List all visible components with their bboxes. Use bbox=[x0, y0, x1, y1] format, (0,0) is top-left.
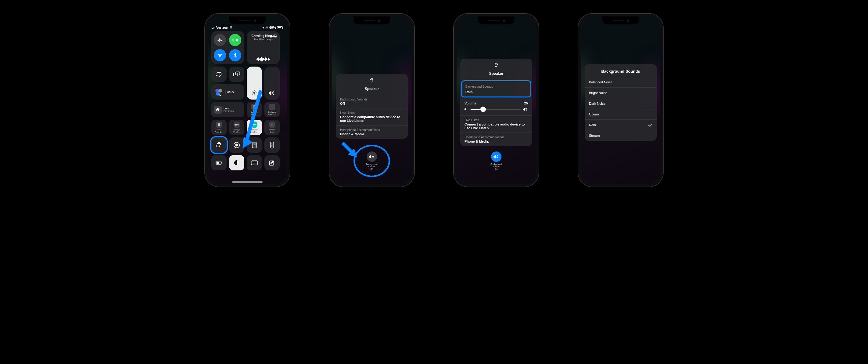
svg-point-26 bbox=[253, 146, 254, 147]
home-kitchen-tile[interactable]: KitchenCans bbox=[265, 120, 280, 135]
live-listen-row[interactable]: Live Listen Connect a compatible audio d… bbox=[460, 115, 532, 133]
airplay-icon[interactable] bbox=[273, 34, 277, 38]
notes-button[interactable] bbox=[265, 155, 280, 170]
svg-rect-3 bbox=[218, 73, 220, 75]
previous-track-button[interactable] bbox=[256, 57, 261, 61]
speaker-label: Speaker bbox=[365, 87, 379, 91]
sound-option-stream[interactable]: Stream bbox=[585, 130, 657, 141]
home-foyer-tile[interactable]: FoyerFront D… bbox=[211, 120, 227, 135]
notch bbox=[353, 17, 390, 24]
svg-point-28 bbox=[255, 146, 256, 147]
annotation-circle bbox=[353, 145, 390, 177]
annotation-arrow bbox=[341, 141, 359, 160]
svg-rect-36 bbox=[221, 162, 222, 163]
background-sounds-list: Background Sounds Balanced Noise Bright … bbox=[585, 64, 657, 141]
svg-point-24 bbox=[254, 146, 255, 146]
home-favorites-tile[interactable]: HomeFavorites bbox=[211, 102, 244, 117]
wifi-icon bbox=[229, 26, 233, 29]
output-device-row[interactable]: Speaker bbox=[460, 59, 532, 79]
list-title: Background Sounds bbox=[585, 64, 657, 77]
home-laundry-tile[interactable]: LaundryBattery… bbox=[247, 102, 262, 117]
focus-button[interactable]: Focus bbox=[211, 84, 244, 100]
home-favorites-label-2: Favorites bbox=[223, 110, 234, 112]
home-hallway-tile[interactable]: 74° Hallwayecobee bbox=[247, 120, 262, 135]
headphone-accommodations-row[interactable]: Headphone Accommodations Phone & Media bbox=[460, 133, 532, 146]
svg-rect-19 bbox=[253, 143, 256, 144]
calculator-button[interactable] bbox=[247, 137, 262, 153]
live-listen-row[interactable]: Live Listen Connect a compatible audio d… bbox=[336, 108, 408, 125]
svg-point-34 bbox=[273, 146, 273, 147]
sound-option-balanced-noise[interactable]: Balanced Noise bbox=[585, 77, 657, 87]
play-button[interactable] bbox=[261, 57, 265, 62]
connectivity-tile[interactable] bbox=[211, 31, 244, 64]
home-favorites-label-1: Home bbox=[223, 107, 234, 110]
svg-point-31 bbox=[271, 145, 272, 146]
volume-row: Volume25 bbox=[460, 98, 532, 115]
notch bbox=[229, 17, 266, 24]
home-bedroom-tile[interactable]: BedroomCeiling… bbox=[265, 102, 280, 117]
cellular-data-toggle[interactable] bbox=[229, 34, 241, 46]
home-icon bbox=[214, 106, 222, 114]
notch bbox=[478, 17, 515, 24]
volume-label: Volume bbox=[465, 102, 476, 105]
hearing-panel: Speaker Background Sounds Rain Volume25 … bbox=[460, 59, 532, 146]
hearing-button[interactable] bbox=[211, 137, 227, 153]
camera-icon bbox=[234, 121, 240, 128]
speaker-label: Speaker bbox=[489, 72, 503, 76]
svg-rect-11 bbox=[254, 105, 255, 106]
svg-point-9 bbox=[253, 92, 255, 94]
media-tile[interactable]: Crawling King… The Black Keys bbox=[247, 31, 280, 64]
home-garage-tile[interactable]: GaragePerch… bbox=[229, 120, 244, 135]
lock-icon bbox=[216, 121, 222, 128]
sound-option-dark-noise[interactable]: Dark Noise bbox=[585, 98, 657, 109]
airplane-mode-toggle[interactable] bbox=[214, 34, 226, 46]
sound-option-rain[interactable]: Rain bbox=[585, 119, 657, 130]
battery-icon bbox=[277, 26, 283, 29]
carrier-label: Verizon bbox=[216, 26, 228, 29]
battery-sensor-icon bbox=[251, 104, 257, 110]
wallet-button[interactable] bbox=[247, 155, 262, 170]
svg-point-33 bbox=[271, 146, 272, 147]
svg-point-27 bbox=[254, 146, 255, 147]
background-sounds-row[interactable]: Background Sounds Rain bbox=[461, 80, 531, 97]
phone-hearing-on: Speaker Background Sounds Rain Volume25 … bbox=[454, 14, 538, 187]
svg-rect-39 bbox=[251, 161, 257, 165]
dark-mode-button[interactable] bbox=[229, 155, 244, 170]
svg-point-21 bbox=[254, 144, 255, 145]
volume-slider[interactable] bbox=[471, 109, 521, 110]
orientation-lock-toggle[interactable] bbox=[211, 66, 227, 82]
background-sounds-row[interactable]: Background Sounds Off bbox=[336, 95, 408, 108]
checkmark-icon bbox=[648, 123, 652, 127]
svg-rect-37 bbox=[217, 162, 219, 164]
ear-icon bbox=[369, 78, 374, 84]
sound-option-bright-noise[interactable]: Bright Noise bbox=[585, 87, 657, 98]
phone-control-center: Verizon 69% bbox=[205, 14, 290, 187]
notch bbox=[602, 17, 639, 24]
low-power-mode-button[interactable] bbox=[211, 155, 227, 170]
bluetooth-toggle[interactable] bbox=[229, 49, 241, 61]
volume-max-icon bbox=[523, 108, 528, 111]
apple-tv-remote-button[interactable] bbox=[265, 137, 280, 153]
svg-point-23 bbox=[253, 146, 254, 146]
phone-sound-list: Background Sounds Balanced Noise Bright … bbox=[578, 14, 663, 187]
phone-hearing-off: Speaker Background Sounds Off Live Liste… bbox=[330, 14, 414, 187]
alarm-icon bbox=[266, 26, 269, 29]
brightness-slider[interactable] bbox=[247, 66, 262, 100]
volume-slider[interactable] bbox=[265, 66, 280, 100]
focus-label: Focus bbox=[225, 90, 234, 94]
svg-point-0 bbox=[235, 40, 236, 40]
svg-rect-13 bbox=[218, 124, 220, 126]
sound-option-ocean[interactable]: Ocean bbox=[585, 109, 657, 119]
output-device-row[interactable]: Speaker bbox=[336, 74, 408, 95]
wifi-toggle[interactable] bbox=[214, 49, 226, 61]
svg-point-25 bbox=[255, 146, 256, 146]
headphone-accommodations-row[interactable]: Headphone Accommodations Phone & Media bbox=[336, 125, 408, 139]
svg-point-30 bbox=[271, 143, 273, 144]
screen-record-button[interactable] bbox=[229, 137, 244, 153]
svg-rect-14 bbox=[235, 124, 237, 125]
next-track-button[interactable] bbox=[265, 57, 270, 61]
screen-mirroring-button[interactable] bbox=[229, 66, 244, 82]
battery-pct: 69% bbox=[269, 26, 276, 29]
home-indicator[interactable] bbox=[232, 181, 262, 183]
background-sounds-toggle[interactable]: BackgroundSoundsOn bbox=[490, 151, 502, 170]
